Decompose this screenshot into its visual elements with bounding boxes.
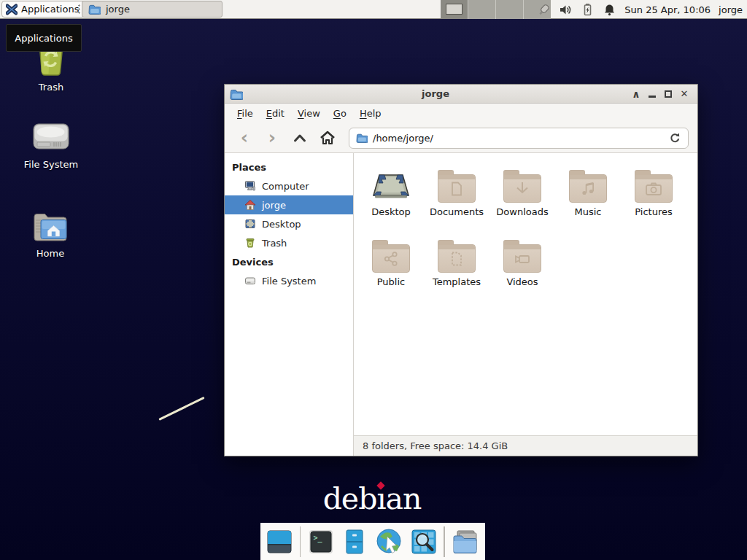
up-button[interactable] <box>289 127 311 149</box>
minimize-button[interactable] <box>644 87 660 101</box>
desktop-icon-file-system[interactable]: File System <box>7 120 96 170</box>
reload-icon <box>669 132 681 144</box>
show-desktop-button[interactable] <box>266 527 294 556</box>
debian-logo-text: an <box>386 481 422 516</box>
hard-drive-icon <box>32 120 70 155</box>
file-desktop[interactable]: Desktop <box>358 160 424 230</box>
menu-file[interactable]: File <box>231 106 260 121</box>
desktop-icon-home[interactable]: Home <box>6 209 95 259</box>
home-button[interactable] <box>317 127 338 149</box>
sidebar-item-desktop[interactable]: Desktop <box>225 214 353 233</box>
public-folder-icon <box>372 244 410 273</box>
panel-handle <box>77 4 81 15</box>
templates-folder-icon <box>438 244 476 273</box>
file-manager-launcher[interactable] <box>341 527 369 556</box>
folder-icon <box>88 4 101 15</box>
path-bar[interactable]: /home/jorge/ <box>349 128 689 149</box>
tooltip-text: Applications <box>15 33 72 44</box>
home-folder-icon <box>31 209 69 244</box>
file-templates[interactable]: Templates <box>424 230 489 300</box>
show-desktop-icon <box>266 528 293 556</box>
xfce-logo-icon <box>6 4 18 15</box>
sidebar-item-file-system[interactable]: File System <box>225 271 353 290</box>
terminal-launcher[interactable]: >_ <box>306 527 335 556</box>
file-videos[interactable]: Videos <box>489 230 555 300</box>
sidebar-item-jorge[interactable]: jorge <box>225 195 353 214</box>
sidebar-item-label: File System <box>262 276 316 287</box>
file-documents[interactable]: Documents <box>424 160 489 230</box>
close-button[interactable]: ✕ <box>676 87 692 101</box>
music-folder-icon <box>569 174 607 203</box>
application-finder-launcher[interactable] <box>410 527 438 556</box>
videos-folder-icon <box>503 244 541 273</box>
window-titlebar[interactable]: jorge ∧ ✕ <box>225 85 697 104</box>
reload-button[interactable] <box>669 132 681 144</box>
menubar: File Edit View Go Help <box>225 104 697 123</box>
desktop-icon-label: Home <box>36 248 64 259</box>
folder-launcher[interactable] <box>451 527 480 556</box>
menu-edit[interactable]: Edit <box>260 106 291 121</box>
file-label: Pictures <box>635 206 672 217</box>
panel-tray: Sun 25 Apr, 10:06 jorge <box>537 0 743 19</box>
file-label: Downloads <box>496 206 548 217</box>
path-input[interactable]: /home/jorge/ <box>373 133 664 144</box>
home-icon <box>320 131 336 145</box>
workspace-3[interactable] <box>496 0 524 19</box>
sidebar-item-trash[interactable]: Trash <box>225 233 353 252</box>
maximize-icon <box>665 90 672 98</box>
menu-go[interactable]: Go <box>327 106 353 121</box>
applications-menu-button[interactable]: Applications <box>1 1 85 18</box>
file-view-panel: Desktop Documents Downloads <box>354 153 697 456</box>
file-label: Desktop <box>371 206 411 217</box>
dock-separator <box>444 526 445 557</box>
dock-panel: >_ <box>260 523 485 560</box>
sidebar-places-header: Places <box>225 158 353 176</box>
wallpaper-line-artifact <box>158 397 204 421</box>
statusbar-text: 8 folders, Free space: 14.4 GiB <box>363 440 508 451</box>
file-public[interactable]: Public <box>358 230 424 300</box>
terminal-prompt-glyph: >_ <box>313 534 322 542</box>
mouse-device-icon[interactable] <box>537 3 551 17</box>
battery-icon[interactable] <box>581 3 595 17</box>
toolbar: ‹ › /home/jorge/ <box>225 123 697 153</box>
forward-icon: › <box>268 131 276 145</box>
taskbar-window-label: jorge <box>106 4 130 15</box>
file-pictures[interactable]: Pictures <box>621 160 686 230</box>
minimize-icon <box>649 96 656 98</box>
file-downloads[interactable]: Downloads <box>489 160 555 230</box>
panel-username[interactable]: jorge <box>719 4 743 15</box>
web-browser-globe-icon <box>375 527 404 556</box>
menu-help[interactable]: Help <box>353 106 388 121</box>
menu-view[interactable]: View <box>291 106 327 121</box>
workspace-1[interactable] <box>441 0 468 19</box>
panel-clock[interactable]: Sun 25 Apr, 10:06 <box>624 4 711 15</box>
taskbar-window-button[interactable]: jorge <box>82 1 222 18</box>
workspace-2[interactable] <box>468 0 496 19</box>
computer-icon <box>244 180 256 192</box>
downloads-folder-icon <box>503 174 541 203</box>
workspace-pager[interactable] <box>441 0 551 19</box>
back-icon: ‹ <box>241 131 248 145</box>
top-panel: Applications jorge <box>0 0 747 19</box>
forward-button[interactable]: › <box>261 127 283 149</box>
file-view[interactable]: Desktop Documents Downloads <box>354 153 697 435</box>
shade-button[interactable]: ∧ <box>628 87 644 101</box>
applications-menu-label: Applications <box>21 4 79 15</box>
application-finder-icon <box>410 528 438 556</box>
path-folder-icon <box>356 133 368 143</box>
documents-folder-icon <box>438 174 476 203</box>
applications-tooltip: Applications <box>6 24 82 52</box>
maximize-button[interactable] <box>660 87 676 101</box>
web-browser-launcher[interactable] <box>375 527 404 556</box>
dock-separator <box>300 526 301 557</box>
file-label: Music <box>575 206 602 217</box>
sidebar-item-computer[interactable]: Computer <box>225 176 353 195</box>
file-manager-window: jorge ∧ ✕ File Edit View Go Help ‹ › <box>224 84 698 456</box>
notifications-bell-icon[interactable] <box>603 3 616 17</box>
file-music[interactable]: Music <box>555 160 621 230</box>
back-button[interactable]: ‹ <box>233 127 255 149</box>
pictures-folder-icon <box>635 174 673 203</box>
window-folder-icon <box>230 88 243 100</box>
file-label: Videos <box>506 276 538 287</box>
volume-icon[interactable] <box>559 3 573 17</box>
